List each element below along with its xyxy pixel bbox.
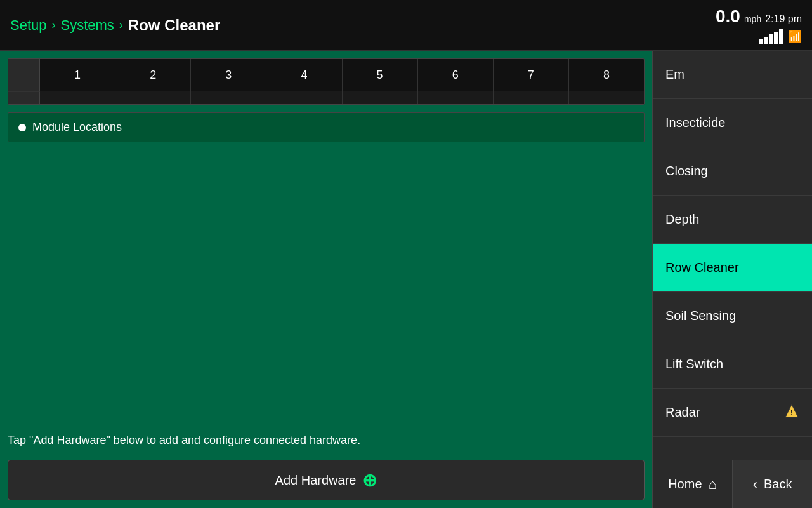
breadcrumb-systems[interactable]: Systems xyxy=(61,17,114,34)
row-numbers-table: 1 2 3 4 5 6 7 8 xyxy=(8,58,645,105)
signal-bar-3 xyxy=(769,34,773,44)
row-col-8: 8 xyxy=(569,59,644,91)
time-display: 2:19 pm xyxy=(765,13,802,25)
row-bar-label-cell xyxy=(8,91,40,104)
row-bar-1 xyxy=(40,91,115,104)
sidebar-item-row-cleaner[interactable]: Row Cleaner xyxy=(653,244,812,292)
row-bar-section xyxy=(8,91,644,104)
signal-bar-5 xyxy=(779,29,783,44)
signal-bars-icon xyxy=(759,29,783,44)
sidebar-item-depth[interactable]: Depth xyxy=(653,196,812,244)
sidebar-item-closing[interactable]: Closing xyxy=(653,147,812,196)
sidebar-item-depth-label: Depth xyxy=(665,212,699,227)
row-col-7: 7 xyxy=(494,59,569,91)
sidebar-item-em-label: Em xyxy=(665,67,684,82)
row-col-3: 3 xyxy=(191,59,266,91)
row-numbers-row: 1 2 3 4 5 6 7 8 xyxy=(40,59,644,91)
row-bar-7 xyxy=(494,91,569,104)
breadcrumb-setup[interactable]: Setup xyxy=(10,17,47,34)
signal-bar-2 xyxy=(764,37,768,44)
module-locations-box[interactable]: Module Locations xyxy=(8,112,645,142)
back-button[interactable]: ‹ Back xyxy=(733,460,812,508)
add-hardware-label: Add Hardware xyxy=(275,473,357,488)
breadcrumb: Setup › Systems › Row Cleaner xyxy=(10,17,716,34)
right-sidebar: Em Insecticide Closing Depth Row Cleaner… xyxy=(652,51,812,508)
signal-bar-1 xyxy=(759,39,763,44)
row-bar-8 xyxy=(569,91,644,104)
home-icon: ⌂ xyxy=(709,476,717,493)
wifi-icon: 📶 xyxy=(788,30,802,44)
sidebar-item-row-cleaner-label: Row Cleaner xyxy=(665,260,739,275)
breadcrumb-chevron-1: › xyxy=(52,18,56,32)
row-label-cell xyxy=(8,59,40,91)
add-hardware-button[interactable]: Add Hardware ⊕ xyxy=(8,460,645,500)
row-bar-2 xyxy=(115,91,191,104)
sidebar-item-closing-label: Closing xyxy=(665,164,708,178)
bottom-nav: Home ⌂ ‹ Back xyxy=(653,460,812,508)
breadcrumb-chevron-2: › xyxy=(119,18,123,32)
module-dot-icon xyxy=(18,124,26,131)
header: Setup › Systems › Row Cleaner 0.0 mph 2:… xyxy=(0,0,812,51)
row-bar-6 xyxy=(418,91,494,104)
sidebar-spacer xyxy=(653,437,812,460)
signal-bar-4 xyxy=(774,32,778,44)
speed-unit: mph xyxy=(744,14,761,24)
sidebar-item-soil-sensing-label: Soil Sensing xyxy=(665,309,736,323)
breadcrumb-current-page: Row Cleaner xyxy=(128,17,220,34)
add-hardware-icon: ⊕ xyxy=(362,470,377,491)
home-button[interactable]: Home ⌂ xyxy=(653,460,733,508)
sidebar-item-em[interactable]: Em xyxy=(653,51,812,99)
sidebar-item-insecticide[interactable]: Insecticide xyxy=(653,99,812,147)
speed-value: 0.0 xyxy=(716,6,740,27)
sidebar-item-lift-switch-label: Lift Switch xyxy=(665,357,723,371)
status-bar: 0.0 mph 2:19 pm 📶 xyxy=(716,6,802,44)
row-bars xyxy=(40,91,644,104)
row-col-1: 1 xyxy=(40,59,115,91)
row-bar-3 xyxy=(191,91,266,104)
left-panel: 1 2 3 4 5 6 7 8 xyxy=(0,51,652,508)
speed-time-row: 0.0 mph 2:19 pm xyxy=(716,6,802,27)
back-arrow-icon: ‹ xyxy=(753,476,757,493)
sidebar-item-soil-sensing[interactable]: Soil Sensing xyxy=(653,292,812,340)
svg-text:!: ! xyxy=(790,408,793,417)
status-icons: 📶 xyxy=(759,29,802,44)
radar-warning-icon: ! xyxy=(784,403,799,422)
sidebar-item-radar[interactable]: Radar ! xyxy=(653,389,812,437)
row-bar-5 xyxy=(343,91,418,104)
main-content: 1 2 3 4 5 6 7 8 xyxy=(0,51,812,508)
row-col-5: 5 xyxy=(343,59,418,91)
module-locations-label: Module Locations xyxy=(32,121,122,134)
instruction-text: Tap "Add Hardware" below to add and conf… xyxy=(8,429,645,452)
row-col-6: 6 xyxy=(418,59,494,91)
sidebar-item-insecticide-label: Insecticide xyxy=(665,116,726,130)
row-bar-4 xyxy=(266,91,342,104)
content-spacer xyxy=(8,150,645,421)
home-label: Home xyxy=(668,477,702,491)
row-col-4: 4 xyxy=(266,59,342,91)
row-col-2: 2 xyxy=(115,59,191,91)
back-label: Back xyxy=(764,477,792,491)
sidebar-item-lift-switch[interactable]: Lift Switch xyxy=(653,340,812,389)
row-table-header: 1 2 3 4 5 6 7 8 xyxy=(8,59,644,91)
sidebar-item-radar-label: Radar xyxy=(665,405,700,420)
